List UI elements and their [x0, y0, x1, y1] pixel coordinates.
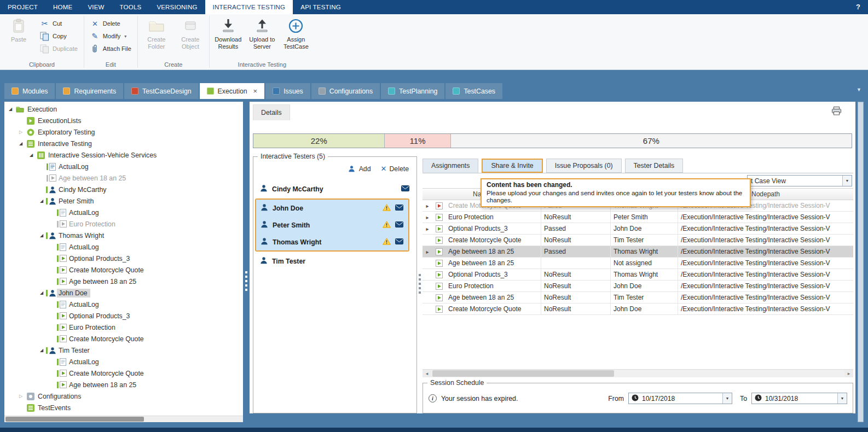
ribbon-button-copy[interactable]: Copy	[37, 31, 80, 42]
ribbon-button-create-object[interactable]: Create Object	[173, 15, 207, 51]
table-row[interactable]: ▸Optional Products_3PassedJohn Doe/Execu…	[423, 223, 853, 235]
tab-overflow-button[interactable]: ▼	[857, 87, 861, 92]
tab-share-invite[interactable]: Share & Invite	[482, 159, 542, 173]
menu-item-project[interactable]: PROJECT	[0, 0, 45, 14]
tree-item-actuallog[interactable]: ActualLog	[4, 356, 243, 367]
collapse-icon[interactable]: ◢	[38, 290, 45, 295]
tree-item-create-motorcycle-quote[interactable]: Create Motorcycle Quote	[4, 333, 243, 345]
print-icon[interactable]	[832, 107, 841, 117]
tree-item-testevents[interactable]: TestEvents	[4, 402, 243, 413]
table-row[interactable]: Optional Products_3NoResultThomas Wright…	[423, 269, 853, 281]
tree-item-configurations[interactable]: ▷Configurations	[4, 390, 243, 402]
workspace-tab-requirements[interactable]: Requirements	[56, 83, 123, 99]
from-date-picker[interactable]: 10/17/2018 ▼	[628, 393, 732, 404]
tree-item-actuallog[interactable]: ActualLog	[4, 241, 243, 253]
menu-item-home[interactable]: HOME	[45, 0, 80, 14]
to-date-picker[interactable]: 10/31/2018 ▼	[751, 393, 847, 404]
scroll-right-icon[interactable]: ▸	[844, 370, 853, 377]
workspace-tab-testcases[interactable]: TestCases	[445, 83, 502, 99]
table-row[interactable]: Euro ProtectionNoResultJohn Doe/Executio…	[423, 281, 853, 292]
tab-issue-proposals-0[interactable]: Issue Proposals (0)	[546, 159, 622, 173]
table-row[interactable]: Create Motorcycle QuoteNoResultJohn Doe/…	[423, 303, 853, 315]
tree-item-age-between-18-an-25[interactable]: Age between 18 an 25	[4, 379, 243, 390]
workspace-tab-testplanning[interactable]: TestPlanning	[381, 83, 444, 99]
tree-item-age-between-18-an-25[interactable]: Age between 18 an 25	[4, 276, 243, 287]
workspace-tab-modules[interactable]: Modules	[4, 83, 55, 99]
ribbon-button-modify[interactable]: ✎Modify▾	[88, 31, 134, 42]
tab-assignments[interactable]: Assignments	[423, 159, 478, 173]
tab-tester-details[interactable]: Tester Details	[625, 159, 684, 173]
close-tab-icon[interactable]: ×	[253, 87, 258, 95]
menu-item-view[interactable]: VIEW	[80, 0, 112, 14]
scroll-left-icon[interactable]: ◂	[423, 370, 431, 377]
tree-horizontal-scrollbar[interactable]	[4, 416, 243, 422]
row-expand-icon[interactable]: ▸	[423, 249, 432, 255]
tester-item-cindy-mccarthy[interactable]: Cindy McCarthy	[253, 180, 416, 197]
workspace-tab-configurations[interactable]: Configurations	[311, 83, 380, 99]
table-row[interactable]: ▸Euro ProtectionNoResultPeter Smith/Exec…	[423, 212, 853, 223]
tree-item-thomas-wright[interactable]: ◢Thomas Wright	[4, 230, 243, 241]
row-expand-icon[interactable]: ▸	[423, 214, 432, 220]
ribbon-button-attach-file[interactable]: Attach File	[88, 43, 134, 54]
collapse-icon[interactable]: ◢	[7, 107, 14, 112]
tree-item-interactive-testing[interactable]: ◢Interactive Testing	[4, 138, 243, 149]
collapse-icon[interactable]: ◢	[17, 141, 25, 146]
table-row[interactable]: Create Motorcycle QuoteNoResultTim Teste…	[423, 235, 853, 246]
tester-item-peter-smith[interactable]: Peter Smith	[256, 217, 408, 233]
tree-item-euro-protection[interactable]: Euro Protection	[4, 218, 243, 230]
ribbon-button-delete[interactable]: ✕Delete	[88, 18, 134, 29]
menu-item-tools[interactable]: TOOLS	[112, 0, 149, 14]
tree-item-executionlists[interactable]: ExecutionLists	[4, 115, 243, 126]
ribbon-button-duplicate[interactable]: Duplicate	[37, 43, 80, 54]
ribbon-button-cut[interactable]: ✂Cut	[37, 18, 80, 29]
collapse-icon[interactable]: ◢	[38, 199, 45, 203]
tester-item-tim-tester[interactable]: Tim Tester	[253, 253, 416, 270]
menu-item-versioning[interactable]: VERSIONING	[149, 0, 205, 14]
row-expand-icon[interactable]: ▸	[423, 203, 432, 209]
tree-item-exploratory-testing[interactable]: ▷Exploratory Testing	[4, 126, 243, 138]
tree-item-create-motorcycle-quote[interactable]: Create Motorcycle Quote	[4, 264, 243, 276]
tree-item-peter-smith[interactable]: ◢Peter Smith	[4, 195, 243, 207]
tester-item-thomas-wright[interactable]: Thomas Wright	[256, 233, 408, 250]
tree-item-actuallog[interactable]: ActualLog	[4, 161, 243, 172]
case-view-dropdown[interactable]: t Case View ▼	[747, 175, 852, 186]
vertical-scrollbar[interactable]	[858, 102, 864, 422]
menu-item-api-testing[interactable]: API TESTING	[293, 0, 349, 14]
expand-icon[interactable]: ▷	[17, 394, 25, 399]
menu-item-interactive-testing[interactable]: INTERACTIVE TESTING	[205, 0, 293, 14]
tree-item-age-between-18-an-25[interactable]: Age between 18 an 25	[4, 172, 243, 184]
tester-item-john-doe[interactable]: John Doe	[256, 200, 408, 217]
scrollbar-thumb[interactable]	[5, 417, 144, 422]
tree-item-actuallog[interactable]: ActualLog	[4, 299, 243, 310]
dropdown-caret-icon[interactable]: ▼	[722, 393, 732, 404]
tree-item-execution[interactable]: ◢Execution	[4, 103, 243, 115]
tree-item-cindy-mccarthy[interactable]: Cindy McCarthy	[4, 184, 243, 195]
workspace-tab-testcasedesign[interactable]: TestCaseDesign	[124, 83, 199, 99]
scrollbar-track[interactable]	[431, 370, 844, 377]
tree-item-john-doe[interactable]: ◢John Doe	[4, 287, 243, 299]
help-button[interactable]: ?	[848, 0, 868, 14]
tree-item-actuallog[interactable]: ActualLog	[4, 207, 243, 218]
ribbon-button-create-folder[interactable]: Create Folder	[140, 15, 173, 51]
collapse-icon[interactable]: ◢	[38, 348, 45, 353]
row-expand-icon[interactable]: ▸	[423, 226, 432, 232]
add-tester-button[interactable]: Add	[347, 165, 371, 173]
tree-details-splitter[interactable]	[243, 102, 250, 422]
scrollbar-thumb[interactable]	[432, 370, 614, 377]
tree-item-optional-products-3[interactable]: Optional Products_3	[4, 310, 243, 322]
tree-item-tim-tester[interactable]: ◢Tim Tester	[4, 345, 243, 356]
ribbon-button-paste[interactable]: Paste	[2, 15, 36, 44]
workspace-tab-execution[interactable]: Execution×	[200, 83, 265, 99]
expand-icon[interactable]: ▷	[17, 130, 25, 135]
delete-tester-button[interactable]: ✕ Delete	[381, 165, 409, 173]
ribbon-button-assign-testcase[interactable]: Assign TestCase	[279, 15, 313, 51]
table-row[interactable]: Age between 18 an 25NoResultTim Tester/E…	[423, 292, 853, 303]
table-row[interactable]: Age between 18 an 25Not assigned/Executi…	[423, 258, 853, 269]
ribbon-button-download-results[interactable]: Download Results	[211, 15, 245, 51]
tree-item-create-motorcycle-quote[interactable]: Create Motorcycle Quote	[4, 367, 243, 379]
details-tab[interactable]: Details	[253, 104, 290, 120]
tree-item-optional-products-3[interactable]: Optional Products_3	[4, 253, 243, 264]
collapse-icon[interactable]: ◢	[38, 233, 45, 238]
tree-item-interactive-session-vehicle-services[interactable]: ◢Interactive Session-Vehicle Services	[4, 149, 243, 161]
tree-item-euro-protection[interactable]: Euro Protection	[4, 322, 243, 333]
